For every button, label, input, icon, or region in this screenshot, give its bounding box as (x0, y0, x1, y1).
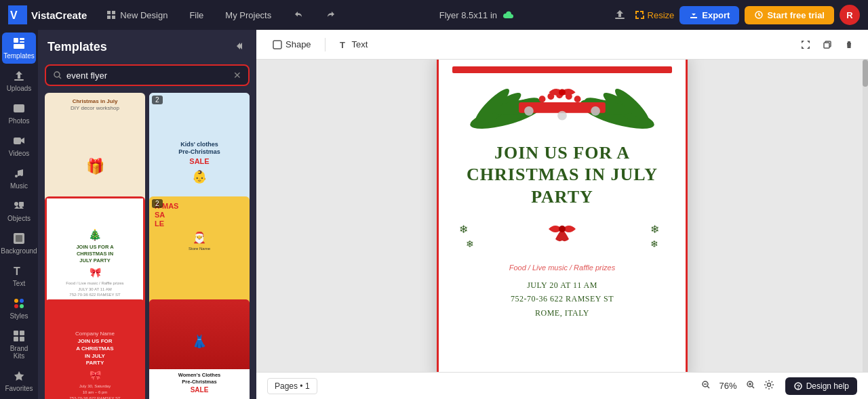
duplicate-button[interactable] (819, 37, 835, 53)
svg-point-26 (20, 304, 24, 308)
design-help-button[interactable]: ? Design help (785, 377, 857, 395)
date-address: JULY 20 AT 11 AM 752-70-36 622 RAMSEY ST… (511, 278, 614, 320)
file-button[interactable]: File (184, 7, 209, 23)
sidebar-label-brand-kits: Brand Kits (5, 345, 33, 360)
text-tool-button[interactable]: T Text (334, 36, 374, 53)
canvas-bottom-bar: Pages • 1 76% ? Design help (256, 372, 868, 399)
canvas-area: Shape T Text (256, 30, 868, 399)
document-title: Flyer 8.5x11 in (439, 10, 497, 20)
snowflake-icon: ❄ (466, 238, 474, 249)
svg-rect-28 (20, 331, 24, 335)
svg-point-51 (524, 106, 534, 115)
svg-rect-3 (112, 11, 115, 14)
panel-header: Templates (38, 30, 256, 62)
svg-text:T: T (14, 266, 20, 277)
my-projects-button[interactable]: My Projects (220, 7, 277, 23)
svg-rect-2 (107, 11, 111, 14)
zoom-out-button[interactable] (698, 377, 713, 394)
undo-button[interactable] (288, 7, 309, 23)
search-input[interactable] (66, 70, 229, 81)
zoom-in-button[interactable] (743, 377, 758, 394)
svg-point-31 (54, 72, 60, 77)
new-design-button[interactable]: New Design (100, 7, 173, 23)
sidebar-item-videos[interactable]: Videos (2, 130, 36, 161)
flyer-canvas: JOIN US FOR A CHRISTMAS IN JULY PARTY ❄ … (437, 60, 688, 372)
sidebar-label-objects: Objects (7, 215, 31, 222)
svg-rect-11 (14, 44, 24, 49)
snowflakes-left: ❄ ❄ (459, 223, 474, 249)
panel-title: Templates (47, 40, 107, 54)
templates-panel: Templates ✕ Christmas in JulyDIY decor w… (38, 30, 256, 399)
pages-indicator: Pages • 1 (267, 378, 317, 394)
svg-point-55 (559, 226, 566, 232)
svg-point-46 (539, 96, 546, 102)
svg-text:V: V (10, 9, 18, 21)
svg-text:?: ? (796, 383, 800, 390)
canvas-settings-button[interactable] (761, 377, 777, 395)
svg-point-16 (15, 175, 18, 177)
sidebar-item-styles[interactable]: Styles (2, 293, 36, 324)
search-clear-button[interactable]: ✕ (233, 70, 241, 81)
shape-tool-button[interactable]: Shape (267, 36, 317, 53)
svg-rect-6 (615, 18, 625, 19)
svg-rect-4 (107, 16, 111, 19)
snowflake-icon: ❄ (459, 223, 474, 236)
page-badge: 2 (152, 96, 163, 104)
user-avatar-button[interactable]: R (840, 5, 860, 25)
sidebar-label-background: Background (1, 247, 37, 255)
scrollbar-thumb[interactable] (863, 60, 868, 87)
svg-rect-29 (14, 337, 18, 341)
snowflake-icon: ❄ (650, 238, 658, 249)
sidebar-label-videos: Videos (9, 150, 29, 157)
export-button[interactable]: Export (679, 6, 739, 24)
snowflake-bow-row: ❄ ❄ ❄ (452, 216, 672, 255)
sidebar-item-text[interactable]: T Text (2, 260, 36, 291)
sidebar-item-favorites[interactable]: Favorites (2, 365, 36, 396)
sidebar-label-photos: Photos (8, 117, 29, 125)
flyer-address2: ROME, ITALY (511, 306, 614, 320)
sidebar-label-templates: Templates (3, 52, 35, 60)
logo-text: VistaCreate (31, 9, 87, 21)
svg-text:T: T (340, 40, 345, 49)
food-line: Food / Live music / Raffle prizes (509, 264, 616, 272)
sidebar-label-styles: Styles (9, 312, 28, 320)
canvas-scroll-area[interactable]: JOIN US FOR A CHRISTMAS IN JULY PARTY ❄ … (256, 60, 868, 372)
sidebar-label-favorites: Favorites (5, 385, 33, 392)
svg-rect-19 (19, 202, 24, 207)
redo-button[interactable] (320, 7, 342, 23)
start-trial-button[interactable]: Start free trial (745, 6, 834, 24)
svg-rect-32 (273, 41, 281, 49)
search-box: ✕ (45, 64, 250, 86)
sidebar-item-uploads[interactable]: Uploads (2, 65, 36, 96)
sidebar-item-objects[interactable]: Objects (2, 195, 36, 226)
logo: V VistaCreate (8, 5, 87, 24)
sidebar-item-brand-kits[interactable]: Brand Kits (2, 325, 36, 364)
resize-button[interactable]: Resize (634, 9, 675, 20)
share-button[interactable] (611, 6, 629, 24)
pine-decoration (452, 79, 672, 133)
delete-button[interactable] (841, 37, 857, 53)
sidebar-item-background[interactable]: Background (2, 228, 36, 259)
canvas-toolbar: Shape T Text (256, 30, 868, 60)
sidebar-item-music[interactable]: Music (2, 163, 36, 194)
flyer-date: JULY 20 AT 11 AM (511, 278, 614, 292)
document-title-area: Flyer 8.5x11 in (353, 9, 599, 20)
svg-point-54 (559, 89, 566, 96)
canvas-scrollbar[interactable] (863, 60, 868, 372)
svg-rect-30 (20, 337, 24, 341)
template-grid: Christmas in JulyDIY decor workshop 🎁 Co… (38, 93, 256, 399)
fit-to-window-button[interactable] (797, 37, 814, 53)
sidebar-item-photos[interactable]: Photos (2, 98, 36, 129)
template-card[interactable]: 2 👗 Women's ClothesPre-ChristmasSALE (149, 299, 250, 399)
template-card[interactable]: Company Name JOIN US FORA CHRISTMASIN JU… (45, 299, 145, 399)
panel-collapse-button[interactable] (231, 38, 247, 56)
page-badge: 2 (152, 199, 163, 208)
design-help-label: Design help (806, 381, 849, 391)
sidebar-item-templates[interactable]: Templates (2, 33, 36, 64)
svg-rect-10 (20, 41, 24, 43)
svg-rect-13 (14, 104, 24, 112)
text-label: Text (352, 39, 368, 49)
sidebar-label-music: Music (10, 182, 28, 190)
snowflake-icon: ❄ (650, 223, 665, 236)
svg-rect-5 (112, 16, 115, 19)
